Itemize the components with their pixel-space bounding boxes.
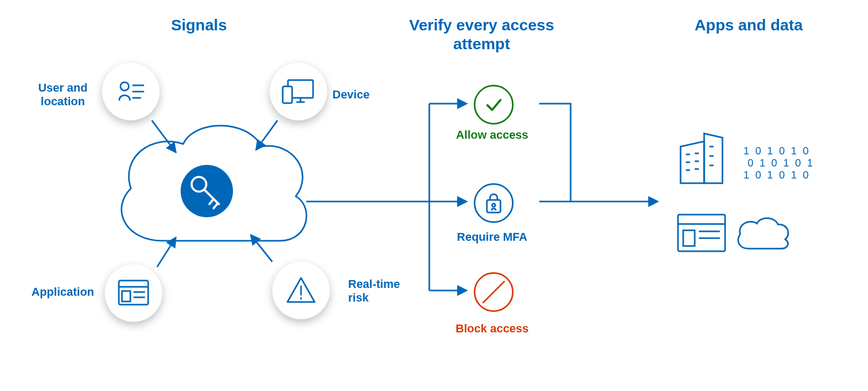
binary-text-row3: 1 0 1 0 1 0 bbox=[743, 169, 810, 181]
block-access-icon bbox=[474, 272, 514, 312]
cloud-small-icon bbox=[738, 218, 788, 249]
label-allow-access: Allow access bbox=[445, 128, 539, 142]
heading-verify: Verify every access attempt bbox=[390, 16, 573, 53]
svg-rect-23 bbox=[283, 86, 292, 103]
label-application: Application bbox=[31, 285, 105, 299]
svg-point-1 bbox=[192, 177, 206, 192]
heading-apps: Apps and data bbox=[675, 16, 822, 35]
building-icon bbox=[681, 133, 722, 183]
svg-line-33 bbox=[483, 281, 505, 303]
svg-point-32 bbox=[492, 204, 495, 207]
label-user-location: User and location bbox=[31, 81, 94, 109]
application-icon bbox=[105, 264, 162, 322]
svg-rect-26 bbox=[122, 291, 130, 301]
apps-icons-group bbox=[678, 133, 788, 251]
label-block-access: Block access bbox=[445, 322, 539, 336]
arrow-user-to-cloud bbox=[152, 120, 175, 152]
label-require-mfa: Require MFA bbox=[445, 230, 539, 244]
arrow-application-to-cloud bbox=[157, 238, 175, 267]
binary-text-row2: 0 1 0 1 0 1 bbox=[748, 157, 815, 169]
risk-icon bbox=[272, 262, 330, 319]
diagram-svg: 1 0 1 0 1 0 0 1 0 1 0 1 1 0 1 0 1 0 bbox=[0, 0, 868, 391]
svg-rect-13 bbox=[683, 230, 695, 246]
svg-rect-11 bbox=[678, 215, 725, 251]
flow-merge-allow bbox=[539, 104, 571, 202]
device-icon bbox=[270, 63, 327, 120]
heading-signals: Signals bbox=[147, 16, 251, 35]
arrow-risk-to-cloud bbox=[251, 236, 272, 262]
allow-access-icon bbox=[474, 85, 514, 125]
svg-point-0 bbox=[181, 165, 233, 217]
arrow-device-to-cloud bbox=[257, 120, 277, 149]
require-mfa-icon bbox=[474, 183, 514, 223]
binary-text-row1: 1 0 1 0 1 0 bbox=[743, 145, 810, 157]
svg-point-16 bbox=[120, 82, 129, 91]
label-device: Device bbox=[332, 88, 385, 102]
cloud-icon bbox=[121, 126, 306, 241]
label-realtime-risk: Real-time risk bbox=[348, 277, 411, 305]
user-location-icon bbox=[102, 63, 160, 120]
browser-icon bbox=[678, 215, 725, 251]
